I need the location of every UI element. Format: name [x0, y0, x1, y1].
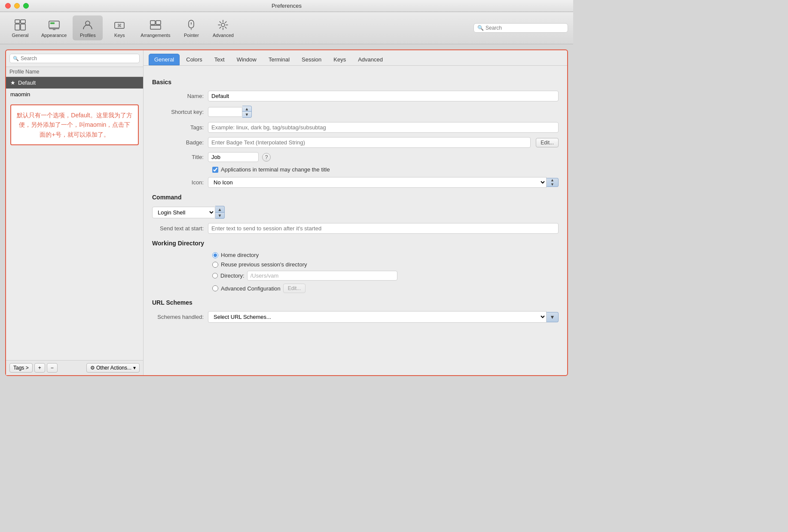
titlebar: Preferences [0, 0, 573, 12]
radio-home: Home directory [152, 252, 559, 258]
title-help-button[interactable]: ? [262, 153, 271, 162]
annotation-box: 默认只有一个选项，Default。这里我为了方便，另外添加了一个，叫maomin… [10, 104, 139, 145]
remove-profile-button[interactable]: − [47, 363, 58, 373]
title-label: Title: [152, 154, 208, 160]
toolbar-item-keys[interactable]: ⌘ Keys [104, 15, 134, 40]
working-directory-section: Working Directory [152, 240, 559, 247]
badge-edit-button[interactable]: Edit... [536, 138, 559, 147]
icon-control: No Icon Custom ▲ ▼ [208, 177, 559, 188]
profile-item-maomin[interactable]: maomin [6, 89, 143, 100]
radio-directory-input[interactable] [212, 273, 218, 278]
tags-button[interactable]: Tags > [9, 363, 33, 373]
toolbar-arrangements-label: Arrangements [140, 33, 170, 38]
command-row: Login Shell Custom Command Command ▲ ▼ [152, 206, 559, 219]
toolbar: General Appearance Profiles ⌘ [0, 12, 573, 44]
profile-list-header: Profile Name [6, 67, 143, 77]
keys-icon: ⌘ [113, 18, 126, 32]
tags-control [208, 122, 559, 133]
login-shell-select[interactable]: Login Shell Custom Command Command [152, 207, 215, 218]
profile-item-maomin-label: maomin [10, 91, 30, 98]
search-input[interactable] [486, 25, 564, 31]
command-stepper-up[interactable]: ▲ [215, 206, 225, 212]
shortcut-stepper-up[interactable]: ▲ [242, 106, 252, 112]
toolbar-general-label: General [12, 33, 28, 38]
radio-advanced-input[interactable] [212, 285, 218, 291]
toolbar-item-arrangements[interactable]: Arrangements [136, 15, 174, 40]
url-schemes-dropdown-btn[interactable]: ▼ [547, 312, 559, 322]
svg-rect-11 [150, 21, 155, 24]
other-actions-area: ⚙ Other Actions... ▾ [86, 363, 140, 373]
fullscreen-button[interactable] [23, 3, 29, 9]
sidebar-search-inner[interactable]: 🔍 [9, 54, 140, 63]
other-actions-button[interactable]: ⚙ Other Actions... ▾ [86, 363, 140, 373]
directory-input[interactable] [247, 271, 397, 281]
prefs-panel: 🔍 Profile Name ★ Default maomin 默认只有一个选项… [5, 49, 568, 376]
send-text-input[interactable] [208, 223, 559, 234]
url-schemes-section: URL Schemes [152, 299, 559, 306]
tags-row: Tags: [152, 122, 559, 133]
radio-home-input[interactable] [212, 252, 218, 258]
working-directory-options: Home directory Reuse previous session's … [152, 252, 559, 293]
shortcut-stepper-down[interactable]: ▼ [242, 112, 252, 118]
profile-item-default[interactable]: ★ Default [6, 77, 143, 89]
cmd-stepper-wrap: ▲ ▼ [215, 206, 225, 219]
toolbar-profiles-label: Profiles [80, 33, 96, 38]
advanced-config-edit-button[interactable]: Edit... [283, 284, 306, 293]
radio-reuse-input[interactable] [212, 262, 218, 268]
traffic-lights[interactable] [5, 3, 29, 9]
toolbar-item-advanced[interactable]: Advanced [208, 15, 238, 40]
tab-session[interactable]: Session [296, 54, 327, 65]
radio-directory: Directory: [152, 271, 559, 281]
shortcut-stepper: ▲ ▼ [208, 106, 559, 118]
apps-change-title-checkbox[interactable] [212, 167, 218, 173]
title-select[interactable]: Job Profile Name Session Name Custom [208, 152, 259, 162]
badge-label: Badge: [152, 139, 208, 146]
tab-keys[interactable]: Keys [328, 54, 351, 65]
pointer-icon [184, 18, 198, 32]
toolbar-advanced-label: Advanced [213, 33, 234, 38]
other-actions-arrow: ▾ [133, 365, 136, 371]
tab-advanced[interactable]: Advanced [352, 54, 388, 65]
name-input[interactable] [208, 91, 559, 101]
tab-terminal[interactable]: Terminal [263, 54, 295, 65]
toolbar-item-profiles[interactable]: Profiles [73, 15, 103, 40]
search-box[interactable]: 🔍 [473, 23, 568, 33]
svg-rect-0 [15, 20, 20, 23]
tab-window[interactable]: Window [231, 54, 262, 65]
shortcut-input[interactable] [208, 107, 242, 117]
url-schemes-select[interactable]: Select URL Schemes... [208, 311, 547, 323]
apps-change-title-row: Applications in terminal may change the … [152, 166, 559, 173]
tab-general[interactable]: General [149, 54, 180, 65]
minimize-button[interactable] [14, 3, 20, 9]
annotation-text: 默认只有一个选项，Default。这里我为了方便，另外添加了一个，叫maomin… [16, 110, 133, 139]
tags-input[interactable] [208, 122, 559, 133]
icon-select[interactable]: No Icon Custom [208, 177, 547, 188]
default-star-icon: ★ [10, 79, 15, 86]
icon-select-btn[interactable]: ▲ ▼ [547, 178, 559, 187]
toolbar-item-general[interactable]: General [5, 15, 35, 40]
close-button[interactable] [5, 3, 11, 9]
window-title: Preferences [272, 3, 302, 9]
toolbar-item-appearance[interactable]: Appearance [37, 15, 71, 40]
command-stepper-down[interactable]: ▼ [215, 212, 225, 219]
url-schemes-row: Schemes handled: Select URL Schemes... ▼ [152, 311, 559, 323]
name-control [208, 91, 559, 101]
toolbar-item-pointer[interactable]: Pointer [176, 15, 206, 40]
sidebar-search-area: 🔍 [6, 50, 143, 67]
tab-text[interactable]: Text [209, 54, 230, 65]
badge-control: Edit... [208, 137, 559, 148]
icon-row: Icon: No Icon Custom ▲ ▼ [152, 177, 559, 188]
apps-change-title-label: Applications in terminal may change the … [221, 166, 330, 173]
icon-select-wrap: No Icon Custom ▲ ▼ [208, 177, 559, 188]
login-shell-wrap: Login Shell Custom Command Command ▲ ▼ [152, 206, 225, 219]
schemes-handled-control: Select URL Schemes... ▼ [208, 311, 559, 323]
badge-input[interactable] [208, 137, 531, 148]
profiles-icon [81, 18, 95, 32]
sidebar-search-input[interactable] [21, 55, 136, 61]
tab-colors[interactable]: Colors [180, 54, 208, 65]
basics-title: Basics [152, 79, 559, 86]
other-actions-label: ⚙ Other Actions... [90, 365, 131, 371]
add-profile-button[interactable]: + [34, 363, 45, 373]
title-select-wrap: Job Profile Name Session Name Custom [208, 152, 259, 162]
schemes-handled-label: Schemes handled: [152, 314, 208, 320]
